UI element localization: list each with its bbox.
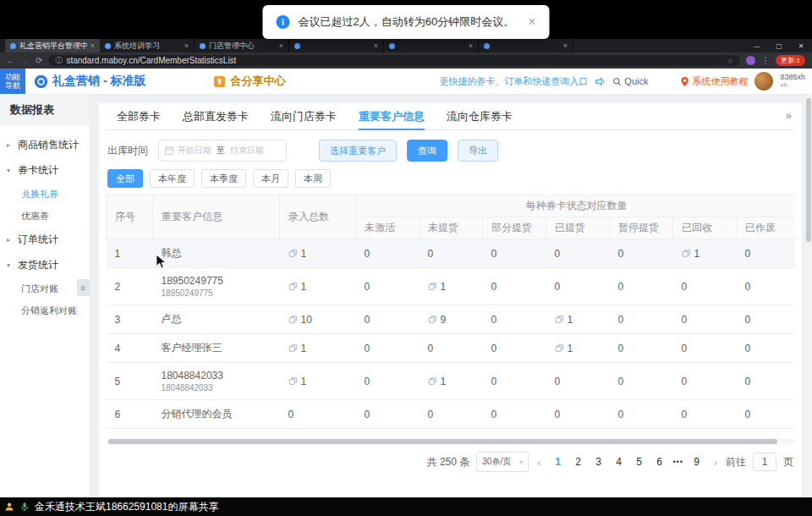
cell-count[interactable]: 18 xyxy=(420,429,483,437)
browser-tab[interactable]: × xyxy=(479,39,573,52)
page-number[interactable]: 6 xyxy=(651,456,668,468)
date-separator: 至 xyxy=(217,145,225,156)
sidebar-drag-handle[interactable]: ≡ xyxy=(77,279,90,296)
tab-close-icon[interactable]: × xyxy=(91,41,95,50)
quick-filter-button[interactable]: 本周 xyxy=(295,169,331,188)
quick-filter-button[interactable]: 本月 xyxy=(253,169,288,188)
toast-close-icon[interactable]: × xyxy=(528,14,535,30)
promo-link[interactable]: 更快捷的券卡、订单和快递查询入口 xyxy=(439,75,588,88)
cell-index: 4 xyxy=(107,334,153,363)
browser-update-button[interactable]: 更新:1 xyxy=(776,55,805,66)
page-number[interactable]: 2 xyxy=(570,456,587,468)
count-link-icon xyxy=(288,343,298,353)
tab-close-icon[interactable]: × xyxy=(374,41,378,50)
count-link-icon xyxy=(428,315,437,324)
sidebar-item-card-stats[interactable]: ▾ 券卡统计 xyxy=(0,157,90,183)
window-close-icon[interactable]: ✕ xyxy=(790,42,812,50)
cell-index: 2 xyxy=(107,268,153,305)
share-center-link[interactable]: 合分享中心 xyxy=(213,74,285,89)
goto-page-input[interactable] xyxy=(753,453,776,471)
card-tab[interactable]: 全部券卡 xyxy=(106,103,172,129)
function-nav-button[interactable]: 功能 导航 xyxy=(0,69,25,94)
cell-count[interactable]: 1 xyxy=(420,268,483,305)
cell-count[interactable]: 1 xyxy=(673,239,737,268)
card-tab[interactable]: 流向仓库券卡 xyxy=(436,103,524,129)
cell-count: 0 xyxy=(356,305,420,334)
forward-icon[interactable]: → xyxy=(21,56,30,65)
browser-tab[interactable]: 门店管理中心× xyxy=(195,39,289,52)
select-important-customer-button[interactable]: 选择重要客户 xyxy=(319,140,397,162)
sidebar-subitem-rebate-reconcile[interactable]: 分销返利对账 xyxy=(0,299,90,321)
query-button[interactable]: 查询 xyxy=(407,140,447,162)
url-input[interactable]: ⓘ standard.maboy.cn/CardMemberStatistics… xyxy=(48,55,740,66)
cell-count: 0 xyxy=(356,400,420,429)
cell-count: 0 xyxy=(356,429,420,437)
card-tab[interactable]: 重要客户信息 xyxy=(348,103,436,129)
table-body: 1韩总1000001021895024977518950249775101000… xyxy=(107,239,796,437)
maximize-icon[interactable]: ▢ xyxy=(768,42,790,50)
cell-count[interactable]: 9 xyxy=(420,305,483,334)
browser-tab[interactable]: 系统培训学习× xyxy=(100,39,195,52)
page-number[interactable]: 9 xyxy=(689,456,705,468)
browser-tab[interactable]: 礼盒营销平台管理中心× xyxy=(5,39,100,52)
vertical-scrollbar-thumb[interactable] xyxy=(806,98,811,242)
page-number[interactable]: 4 xyxy=(611,456,628,468)
username-sub: xh xyxy=(780,81,805,90)
cell-count[interactable]: 20 xyxy=(280,429,356,437)
page-number[interactable]: 1 xyxy=(550,456,567,468)
cell-count: 0 xyxy=(610,268,673,305)
tutorial-link[interactable]: 系统使用教程 xyxy=(680,75,748,88)
page-number[interactable]: 5 xyxy=(631,456,648,468)
browser-tab[interactable]: × xyxy=(384,39,479,52)
cell-index: 7 xyxy=(107,429,153,437)
prev-page-icon[interactable]: ‹ xyxy=(535,456,542,469)
cell-count[interactable]: 10 xyxy=(280,305,356,334)
quick-filter-button[interactable]: 全部 xyxy=(107,169,143,188)
browser-menu-icon[interactable]: ⋮ xyxy=(761,56,770,65)
cell-count[interactable]: 1 xyxy=(280,268,356,305)
collapse-icon[interactable]: » xyxy=(786,109,792,122)
cell-count[interactable]: 1 xyxy=(280,334,356,363)
cell-count[interactable]: 1 xyxy=(546,305,610,334)
tab-close-icon[interactable]: × xyxy=(469,41,473,50)
site-info-icon[interactable]: ⓘ xyxy=(55,56,62,65)
sidebar-item-goods-stats[interactable]: ▸ 商品销售统计 xyxy=(0,132,90,157)
cell-count[interactable]: 1 xyxy=(420,363,483,400)
horizontal-scrollbar-thumb[interactable] xyxy=(108,439,777,444)
sidebar-subitem-exchange-coupon[interactable]: 兑换礼券 xyxy=(0,183,90,205)
cell-count[interactable]: 1 xyxy=(546,334,610,363)
bookmark-star-icon[interactable]: ☆ xyxy=(727,57,733,65)
back-icon[interactable]: ← xyxy=(7,56,15,65)
sidebar-item-delivery-stats[interactable]: ▾ 发货统计 xyxy=(0,252,90,277)
minimize-icon[interactable]: — xyxy=(746,42,768,50)
count-link-icon xyxy=(428,282,437,291)
card-tab-list: 全部券卡总部直发券卡流向门店券卡重要客户信息流向仓库券卡 xyxy=(106,103,795,130)
sidebar-title: 数据报表 xyxy=(0,95,90,125)
quick-filter-button[interactable]: 本季度 xyxy=(201,169,246,188)
cell-count: 0 xyxy=(673,400,737,429)
card-tab[interactable]: 流向门店券卡 xyxy=(260,103,348,129)
tab-close-icon[interactable]: × xyxy=(184,41,189,50)
tab-close-icon[interactable]: × xyxy=(279,41,283,50)
cell-count[interactable]: 1 xyxy=(280,363,356,400)
tab-close-icon[interactable]: × xyxy=(563,41,568,50)
page-number[interactable]: 3 xyxy=(590,456,607,468)
page-size-select[interactable]: 30条/页 ▾ xyxy=(476,452,529,472)
cell-count[interactable]: 1 xyxy=(280,239,356,268)
sidebar-item-order-stats[interactable]: ▸ 订单统计 xyxy=(0,227,90,252)
page-ellipsis[interactable]: ••• xyxy=(672,458,685,466)
sidebar-subitem-coupon[interactable]: 优惠券 xyxy=(0,205,90,227)
browser-profile-avatar[interactable] xyxy=(746,56,755,65)
browser-tab[interactable]: × xyxy=(289,39,384,52)
date-range-input[interactable]: 开始日期 至 结束日期 xyxy=(158,140,287,162)
card-tab[interactable]: 总部直发券卡 xyxy=(172,103,260,129)
reload-icon[interactable]: ⟳ xyxy=(36,56,42,65)
cell-count: 0 xyxy=(483,305,546,334)
quick-filter-button[interactable]: 本年度 xyxy=(150,169,195,188)
user-avatar[interactable] xyxy=(754,72,773,91)
export-button[interactable]: 导出 xyxy=(458,140,498,162)
cell-count[interactable]: 1 xyxy=(546,429,610,437)
next-page-icon[interactable]: › xyxy=(712,456,719,469)
cell-count[interactable]: 1 xyxy=(673,429,737,437)
quick-search[interactable]: Quick xyxy=(612,76,648,86)
